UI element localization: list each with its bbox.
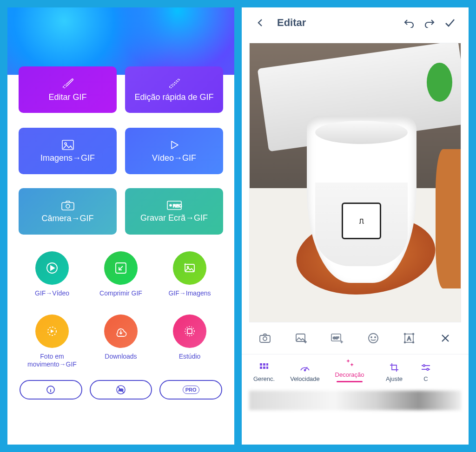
tab-decoration[interactable]: Decoração bbox=[327, 357, 372, 382]
info-pill[interactable] bbox=[20, 380, 82, 400]
svg-rect-13 bbox=[187, 329, 192, 334]
svg-rect-38 bbox=[263, 367, 265, 369]
preview-image: ⎍ bbox=[250, 43, 461, 322]
studio-icon bbox=[173, 314, 206, 348]
redo-icon bbox=[423, 18, 436, 28]
emoji-icon bbox=[368, 333, 379, 344]
camera-icon bbox=[61, 200, 75, 211]
compress-gif-label: Comprimir GIF bbox=[99, 289, 142, 298]
tab-speed[interactable]: Velocidade bbox=[283, 361, 327, 382]
tool-text[interactable]: A bbox=[400, 333, 418, 344]
preview-area[interactable]: ⎍ bbox=[249, 43, 461, 322]
compress-gif-item[interactable]: Comprimir GIF bbox=[93, 251, 149, 298]
pro-label: PRO bbox=[183, 386, 199, 394]
bottom-tabs: Gerenc. Velocidade Decoração Ajuste C bbox=[242, 354, 469, 391]
crop-icon bbox=[389, 362, 399, 373]
tab-adjust-label: Ajuste bbox=[386, 375, 403, 382]
tool-gif[interactable]: GIF bbox=[328, 333, 346, 344]
undo-button[interactable] bbox=[399, 18, 419, 28]
svg-text:REC: REC bbox=[173, 203, 182, 208]
remove-ads-pill[interactable]: AD bbox=[90, 380, 152, 400]
home-content: Editar GIF Edição rápida de GIF Imagens→… bbox=[7, 66, 234, 406]
compress-gif-icon bbox=[104, 251, 138, 285]
tab-speed-label: Velocidade bbox=[290, 375, 320, 382]
sliders-icon bbox=[421, 362, 431, 373]
right-screenshot: Editar ⎍ bbox=[242, 7, 469, 445]
svg-text:A: A bbox=[407, 335, 411, 342]
check-icon bbox=[444, 18, 456, 28]
studio-item[interactable]: Estúdio bbox=[162, 314, 218, 369]
pro-pill[interactable]: PRO bbox=[159, 380, 222, 400]
svg-point-5 bbox=[170, 204, 172, 206]
image-icon bbox=[61, 139, 74, 151]
quick-edit-button[interactable]: Edição rápida de GIF bbox=[125, 66, 223, 113]
tool-camera[interactable] bbox=[256, 333, 274, 344]
svg-rect-37 bbox=[260, 367, 262, 369]
gif-plus-icon: GIF bbox=[331, 333, 344, 344]
camera-to-gif-button[interactable]: Câmera→GIF bbox=[19, 188, 117, 235]
gif-to-images-label: GIF→Imagens bbox=[168, 289, 211, 298]
editor-title: Editar bbox=[277, 17, 399, 29]
moving-photo-icon bbox=[35, 314, 69, 348]
svg-point-3 bbox=[66, 204, 70, 208]
quick-edit-label: Edição rápida de GIF bbox=[134, 92, 213, 102]
svg-point-31 bbox=[404, 342, 406, 343]
image-plus-icon bbox=[295, 333, 307, 344]
svg-rect-36 bbox=[266, 363, 268, 366]
brush-dashed-icon bbox=[167, 78, 181, 90]
row-primary-3: Câmera→GIF REC Gravar Ecrã→GIF bbox=[19, 188, 223, 235]
info-icon bbox=[46, 385, 55, 394]
svg-point-42 bbox=[427, 368, 429, 370]
tab-adjust[interactable]: Ajuste bbox=[372, 361, 416, 382]
studio-label: Estúdio bbox=[179, 353, 201, 361]
svg-rect-39 bbox=[266, 367, 268, 369]
gif-to-video-item[interactable]: GIF→Vídeo bbox=[24, 251, 80, 298]
gif-to-images-item[interactable]: GIF→Imagens bbox=[162, 251, 218, 298]
gif-to-video-icon bbox=[35, 251, 69, 285]
svg-rect-34 bbox=[260, 363, 262, 366]
moving-photo-item[interactable]: Foto em movimento→GIF bbox=[24, 314, 80, 369]
gif-to-video-label: GIF→Vídeo bbox=[35, 289, 69, 298]
video-to-gif-button[interactable]: Vídeo→GIF bbox=[125, 128, 223, 174]
back-button[interactable] bbox=[250, 18, 271, 28]
tab-manage-label: Gerenc. bbox=[253, 375, 275, 382]
downloads-item[interactable]: Downloads bbox=[93, 314, 149, 369]
grid-icon bbox=[259, 363, 269, 372]
tool-close[interactable] bbox=[436, 333, 455, 343]
tab-extra-label: C bbox=[423, 375, 428, 382]
camera-to-gif-label: Câmera→GIF bbox=[41, 214, 93, 223]
svg-point-30 bbox=[413, 334, 414, 335]
moving-photo-label: Foto em movimento→GIF bbox=[24, 353, 80, 369]
no-ads-icon: AD bbox=[116, 385, 126, 395]
bottom-blur bbox=[249, 391, 461, 410]
left-screenshot: Editar GIF Edição rápida de GIF Imagens→… bbox=[7, 7, 234, 445]
svg-text:AD: AD bbox=[119, 388, 123, 392]
svg-point-41 bbox=[423, 365, 425, 367]
tab-extra[interactable]: C bbox=[416, 361, 435, 382]
edit-gif-button[interactable]: Editar GIF bbox=[19, 66, 117, 113]
downloads-icon bbox=[104, 314, 138, 348]
brush-icon bbox=[61, 78, 75, 90]
rec-icon: REC bbox=[166, 200, 182, 210]
images-to-gif-button[interactable]: Imagens→GIF bbox=[19, 128, 117, 174]
svg-text:GIF: GIF bbox=[333, 336, 339, 340]
tab-manage[interactable]: Gerenc. bbox=[245, 361, 283, 382]
close-icon bbox=[440, 333, 450, 343]
text-frame-icon: A bbox=[403, 333, 415, 344]
chevron-left-icon bbox=[255, 18, 265, 28]
svg-rect-22 bbox=[296, 334, 305, 341]
play-icon bbox=[168, 139, 181, 151]
hero-background bbox=[7, 7, 234, 75]
redo-button[interactable] bbox=[419, 18, 440, 28]
bottom-pills: AD PRO bbox=[19, 380, 223, 400]
svg-point-26 bbox=[371, 337, 372, 338]
video-to-gif-label: Vídeo→GIF bbox=[152, 153, 196, 163]
svg-point-29 bbox=[404, 334, 406, 335]
svg-rect-35 bbox=[263, 363, 265, 366]
undo-icon bbox=[403, 18, 415, 28]
confirm-button[interactable] bbox=[440, 18, 460, 28]
record-to-gif-button[interactable]: REC Gravar Ecrã→GIF bbox=[125, 188, 223, 235]
svg-point-40 bbox=[304, 370, 306, 371]
tool-emoji[interactable] bbox=[364, 333, 383, 344]
tool-image[interactable] bbox=[292, 333, 311, 344]
